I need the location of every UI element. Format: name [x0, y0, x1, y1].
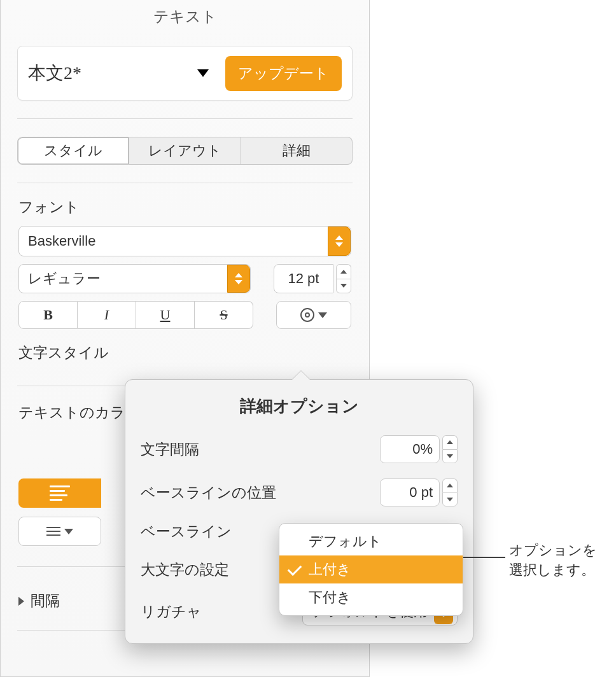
font-family-stepper[interactable]	[328, 227, 351, 256]
baseline-shift-label: ベースラインの位置	[141, 483, 276, 503]
chevron-down-icon	[318, 312, 327, 318]
caret-up-icon	[335, 235, 343, 240]
gear-icon	[300, 308, 314, 322]
stepper-up[interactable]	[442, 478, 458, 492]
paragraph-style-selector[interactable]: 本文2* アップデート	[17, 46, 353, 101]
text-inspector-tabs: スタイル レイアウト 詳細	[17, 137, 353, 165]
callout-line2: 選択します。	[509, 562, 595, 578]
baseline-label: ベースライン	[141, 522, 232, 541]
caret-up-icon	[447, 440, 453, 444]
chevron-down-icon	[64, 529, 73, 534]
caret-up-icon	[447, 484, 453, 487]
popover-title: 詳細オプション	[141, 395, 458, 417]
font-weight-value: レギュラー	[28, 269, 101, 288]
character-style-label: 文字スタイル	[18, 343, 351, 363]
font-size-stepper[interactable]	[336, 264, 351, 293]
caret-down-icon	[447, 454, 453, 458]
caret-up-icon	[340, 270, 347, 274]
ligature-label: リガチャ	[141, 602, 202, 622]
character-spacing-row: 文字間隔 0%	[141, 435, 458, 463]
font-size-group: 12 pt	[274, 264, 351, 293]
italic-button[interactable]: I	[78, 301, 136, 329]
baseline-option-superscript-label: 上付き	[309, 560, 351, 579]
tab-style[interactable]: スタイル	[17, 137, 129, 165]
strikethrough-button[interactable]: S	[195, 301, 253, 329]
font-weight-select[interactable]: レギュラー	[18, 264, 251, 293]
stepper-up[interactable]	[336, 264, 351, 279]
baseline-shift-stepper[interactable]	[442, 478, 458, 506]
indent-icon	[46, 527, 60, 536]
align-left-button[interactable]	[18, 478, 101, 508]
caret-down-icon	[235, 280, 242, 284]
font-weight-size-row: レギュラー 12 pt	[18, 264, 351, 293]
baseline-shift-input[interactable]: 0 pt	[380, 478, 440, 506]
caret-up-icon	[235, 273, 242, 277]
advanced-options-button[interactable]	[276, 301, 351, 329]
font-family-value: Baskerville	[28, 233, 95, 249]
disclosure-triangle-icon	[18, 597, 24, 606]
font-size-input[interactable]: 12 pt	[274, 264, 333, 293]
stepper-down[interactable]	[336, 279, 351, 294]
baseline-shift-row: ベースラインの位置 0 pt	[141, 478, 458, 506]
font-style-row: B I U S	[18, 301, 351, 329]
bold-button[interactable]: B	[18, 301, 78, 329]
font-section-label: フォント	[18, 197, 351, 217]
stepper-up[interactable]	[442, 435, 458, 449]
align-left-icon	[50, 485, 70, 501]
checkmark-icon	[288, 561, 302, 576]
character-spacing-label: 文字間隔	[141, 440, 199, 459]
stepper-down[interactable]	[442, 449, 458, 464]
paragraph-style-name: 本文2*	[28, 61, 190, 85]
font-weight-stepper[interactable]	[227, 265, 250, 293]
underline-button[interactable]: U	[136, 301, 195, 329]
caret-down-icon	[340, 284, 347, 288]
caret-down-icon	[447, 498, 453, 501]
tab-layout[interactable]: レイアウト	[129, 137, 241, 165]
caret-down-icon	[335, 242, 343, 247]
indent-button[interactable]	[18, 517, 101, 546]
baseline-option-default[interactable]: デフォルト	[279, 527, 463, 555]
update-style-button[interactable]: アップデート	[225, 56, 342, 91]
font-family-select[interactable]: Baskerville	[18, 226, 351, 256]
character-spacing-input[interactable]: 0%	[380, 435, 440, 463]
baseline-dropdown: デフォルト 上付き 下付き	[279, 523, 463, 616]
capitalization-label: 大文字の設定	[141, 560, 229, 580]
spacing-label: 間隔	[31, 591, 60, 611]
baseline-option-superscript[interactable]: 上付き	[279, 555, 463, 583]
character-spacing-stepper[interactable]	[442, 435, 458, 463]
tab-more[interactable]: 詳細	[241, 137, 353, 165]
font-style-buttons: B I U S	[18, 301, 253, 329]
baseline-option-subscript[interactable]: 下付き	[279, 583, 463, 611]
sidebar-title: テキスト	[1, 0, 369, 36]
divider	[17, 183, 353, 183]
divider	[17, 118, 353, 119]
callout-text: オプションを 選択します。	[509, 541, 597, 580]
chevron-down-icon	[197, 69, 209, 77]
callout-line1: オプションを	[509, 542, 597, 558]
popover-arrow	[292, 371, 310, 380]
stepper-down[interactable]	[442, 492, 458, 507]
